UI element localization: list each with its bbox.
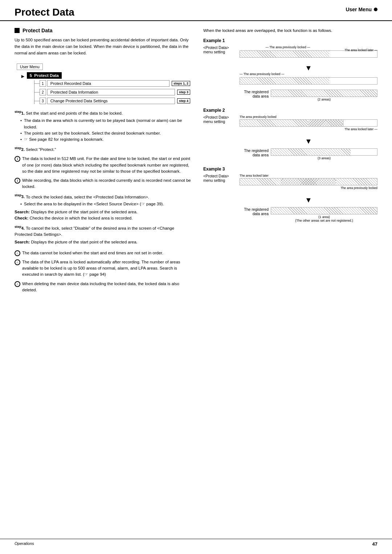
info-icon-2: i (15, 178, 20, 184)
ex2-area-note: (3 areas) (271, 156, 377, 160)
protect-data-box: 5 Protect Data (27, 72, 62, 79)
ex3-extra-note: (The other areas set are not registered.… (271, 219, 377, 222)
ex1-bar2-hatch (240, 78, 329, 84)
protect-data-label-2: <Protect Data> (203, 115, 236, 119)
menu-setting-label-3: menu setting (203, 178, 236, 182)
note-info-1-text: The data is locked in 512 MB unit. For t… (22, 156, 192, 175)
note-info-2: i While recording, the data blocks which… (15, 177, 192, 190)
menu-setting-label-2: menu setting (203, 119, 236, 124)
ex3-final-bar-wrap: (1 area) (The other areas set are not re… (271, 207, 377, 222)
step-3-label: step3. (15, 194, 25, 199)
ex2-label-prev: The area previously locked (240, 115, 277, 119)
ex3-arrow: ▼ (240, 196, 377, 204)
footer-page-number: 47 (372, 541, 377, 547)
ex1-arrow: ▼ (240, 63, 377, 72)
sub-item-1-num: 1 (40, 80, 46, 87)
ex1-area-note: (2 areas) (271, 98, 377, 101)
ex2-bar1-cross (309, 120, 343, 126)
example-3-left: <Protect Data> menu setting (203, 174, 236, 182)
sub-item-3-badge: step 4 (177, 98, 190, 103)
ex2-label-later: The area locked later — (240, 127, 377, 131)
step-4-text: To cancel the lock, select "Disable" of … (15, 226, 174, 237)
sub-items-list: 1 Protect Recorded Data steps 1, 2 (34, 80, 190, 104)
example-1: Example 1 <Protect Data> menu setting — … (203, 38, 377, 101)
sub-item-1-badge: steps 1, 2 (172, 81, 190, 86)
content-wrap: Protect Data Up to 500 specified areas c… (0, 21, 392, 311)
ex2-bar1 (240, 119, 377, 127)
section-title: Protect Data (23, 28, 52, 33)
sub-item-3-label: Change Protected Data Settings (47, 98, 175, 104)
example-2-top-area: The area previously locked The area lock… (240, 119, 377, 131)
ex2-final-bar-wrap: (3 areas) (271, 148, 377, 160)
page-footer: Operations 47 (0, 539, 392, 547)
bottom-note-3-text: When deleting the main device data inclu… (22, 281, 192, 294)
sub-item-3: 3 Change Protected Data Settings step 4 (34, 98, 190, 104)
step-3-bullet-1: Select the area to be displayed in the <… (20, 201, 192, 207)
note-info-2-text: While recording, the data blocks which i… (22, 177, 192, 190)
sub-item-3-num: 3 (40, 98, 46, 104)
example-3-content: <Protect Data> menu setting The area loc… (203, 174, 377, 222)
ex3-bar1 (240, 178, 377, 185)
ex2-reg-label: The registered data area (240, 148, 269, 157)
ex3-label-later-top: The area locked later (240, 174, 269, 177)
protect-data-label-3: <Protect Data> (203, 174, 236, 178)
ex1-final-bar (271, 90, 377, 97)
step-2-text: Select "Protect." (26, 147, 56, 152)
info-icon-1: i (15, 156, 20, 162)
user-menu-box: User Menu (17, 63, 43, 70)
sub-item-2-label: Protected Data Information (47, 89, 175, 95)
example-1-top-bars: — The area previously locked — The area … (240, 50, 377, 58)
bottom-note-1: ○ The data cannot be locked when the sta… (15, 250, 192, 256)
bottom-note-1-text: The data cannot be locked when the start… (22, 250, 192, 256)
ex2-bar1-clear (343, 120, 377, 126)
ex1-label-prev: — The area previously locked — (240, 45, 336, 49)
sub-item-2: 2 Protected Data Information step 3 (34, 89, 190, 95)
example-3-top-area: The area locked later The area previousl… (240, 178, 377, 190)
step-2-section: step2. Select "Protect." (15, 146, 192, 153)
step-4-sub-notes: Search: Displays the picture of the star… (15, 239, 192, 245)
ex2-bar1-hatch (240, 120, 309, 126)
diagram-main-row: ► 5 Protect Data 1 (20, 72, 190, 104)
search-label-1: Search: (15, 210, 30, 214)
circle-icon-3: ○ (15, 281, 20, 287)
example-1-left: <Protect Data> menu setting (203, 45, 236, 54)
ex2-final-bar (271, 148, 377, 156)
section-icon (15, 28, 20, 33)
ex3-reg-label: The registered data area (240, 207, 269, 216)
step-3-text: To check the locked data, select the <Pr… (26, 194, 149, 199)
step-4-label: step4. (15, 226, 25, 230)
circle-icon-2: ○ (15, 259, 20, 265)
ex1-bar2-clear (329, 78, 377, 84)
footer-operations-label: Operations (15, 541, 34, 547)
ex3-label-prev: The area previously locked (240, 186, 377, 190)
ex3-final-bar (271, 207, 377, 214)
ex1-reg-label: The registered data area (240, 90, 269, 98)
ex2-registered-row: The registered data area (3 areas) (240, 148, 377, 160)
check-label: Check: (15, 216, 28, 220)
ex1-label-prev2: — The area previously locked — (240, 72, 284, 76)
ex1-registered-row: The registered data area (2 areas) (240, 90, 377, 101)
search-label-2: Search: (15, 240, 30, 244)
example-1-right: — The area previously locked — The area … (240, 45, 377, 101)
bottom-notes: ○ The data cannot be locked when the sta… (15, 250, 192, 294)
example-1-title: Example 1 (203, 38, 377, 43)
example-2: Example 2 <Protect Data> menu setting Th… (203, 108, 377, 160)
ex1-label-later1: The area locked later — (344, 48, 377, 52)
page-header: Protect Data User Menu (0, 0, 392, 21)
step-1-label: step1. (15, 111, 25, 115)
sub-item-1-label: Protect Recorded Data (47, 80, 170, 87)
section-heading: Protect Data (15, 28, 192, 33)
sub-item-2-badge: step 3 (177, 90, 190, 95)
user-menu-dot (374, 8, 377, 11)
protect-data-label-1: <Protect Data> (203, 45, 236, 50)
example-2-title: Example 2 (203, 108, 377, 113)
example-3: Example 3 <Protect Data> menu setting Th… (203, 167, 377, 222)
note-info-1: i The data is locked in 512 MB unit. For… (15, 156, 192, 175)
example-2-left: <Protect Data> menu setting (203, 115, 236, 124)
user-menu-label: User Menu (346, 7, 377, 12)
sub-item-1: 1 Protect Recorded Data steps 1, 2 (34, 80, 190, 87)
step-1-bullet-2: The points are set by the bookmark. Sele… (20, 130, 192, 136)
bottom-note-3: ○ When deleting the main device data inc… (15, 281, 192, 294)
ex2-arrow: ▼ (240, 137, 377, 145)
bottom-note-2: ○ The data of the LPA area is locked aut… (15, 259, 192, 278)
